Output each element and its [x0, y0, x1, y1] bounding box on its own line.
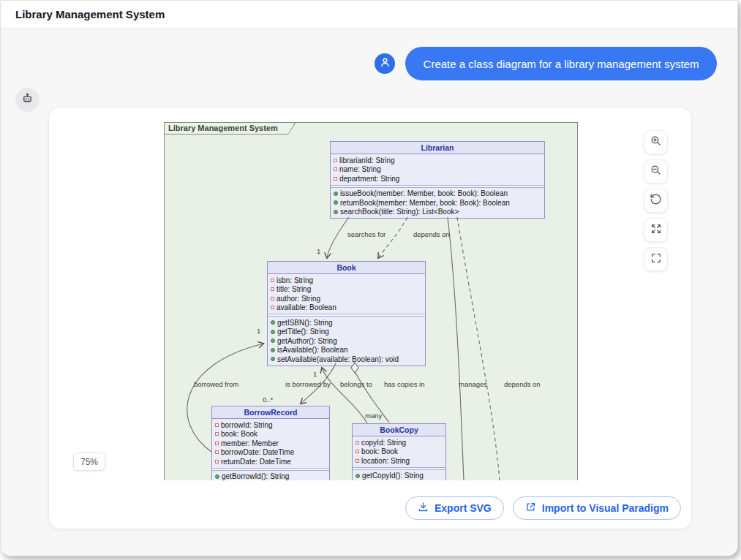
attribute-row: librarianId: String	[334, 156, 541, 165]
attribute-visibility-icon	[215, 442, 219, 445]
attribute-row: borrowDate: DateTime	[215, 448, 326, 458]
attribute-row: available: Boolean	[271, 303, 422, 313]
import-visual-paradigm-button[interactable]: Import to Visual Paradigm	[513, 496, 681, 520]
attribute-visibility-icon	[271, 306, 274, 309]
person-icon	[379, 56, 391, 72]
class-book[interactable]: Book isbn: String title: String author: …	[267, 261, 426, 366]
attribute-visibility-icon	[271, 297, 274, 300]
zoom-in-button[interactable]	[644, 130, 668, 154]
user-message-text: Create a class diagram for a library man…	[424, 58, 699, 70]
attribute-row: book: Book	[356, 447, 443, 457]
method-text: searchBook(title: String): List<Book>	[340, 208, 459, 216]
method-visibility-icon	[271, 357, 275, 361]
method-text: getTitle(): String	[277, 328, 329, 336]
attribute-text: copyId: String	[361, 439, 406, 447]
class-title: BookCopy	[353, 424, 445, 436]
method-visibility-icon	[215, 474, 219, 479]
method-visibility-icon	[271, 330, 275, 334]
methods-section: getBorrowId(): String	[212, 470, 329, 481]
user-avatar	[375, 53, 395, 74]
method-visibility-icon	[334, 200, 338, 205]
app-window: Library Management System Create a class…	[0, 0, 738, 556]
attribute-row: title: String	[271, 285, 422, 295]
methods-section: getCopyId(): String	[353, 469, 445, 481]
attribute-text: book: Book	[221, 430, 257, 438]
attribute-row: member: Member	[215, 439, 326, 448]
export-svg-label: Export SVG	[435, 502, 492, 514]
diagram-canvas[interactable]: Library Management System Librarian libr…	[64, 117, 583, 480]
attributes-section: borrowId: String book: Book member: Memb…	[212, 419, 329, 469]
top-bar: Library Management System	[1, 1, 737, 29]
method-row: isAvailable(): Boolean	[271, 346, 422, 355]
attribute-visibility-icon	[356, 450, 359, 453]
import-visual-paradigm-label: Import to Visual Paradigm	[542, 502, 669, 514]
attribute-text: borrowDate: DateTime	[221, 448, 294, 456]
zoom-level-value: 75%	[80, 457, 98, 467]
fullscreen-button[interactable]	[644, 247, 668, 271]
class-title: BorrowRecord	[212, 406, 329, 419]
method-visibility-icon	[271, 348, 275, 352]
attribute-row: returnDate: DateTime	[215, 457, 326, 466]
methods-section: getISBN(): String getTitle(): String get…	[268, 316, 425, 366]
method-visibility-icon	[334, 192, 338, 196]
attribute-visibility-icon	[215, 423, 219, 427]
attribute-text: member: Member	[221, 439, 279, 447]
page-title: Library Management System	[15, 1, 165, 29]
method-text: setAvailable(available: Boolean): void	[277, 355, 399, 363]
method-row: issueBook(member: Member, book: Book): B…	[334, 189, 541, 199]
method-text: getAuthor(): String	[277, 337, 337, 345]
class-title: Book	[268, 262, 425, 274]
method-row: returnBook(member: Member, book: Book): …	[334, 198, 541, 208]
attribute-row: copyId: String	[356, 438, 443, 447]
attribute-visibility-icon	[334, 177, 337, 181]
export-svg-button[interactable]: Export SVG	[405, 496, 504, 520]
attribute-text: borrowId: String	[221, 421, 273, 429]
card-footer: Export SVG Import to Visual Paradigm	[405, 496, 681, 520]
external-link-icon	[525, 502, 536, 515]
class-librarian[interactable]: Librarian librarianId: String name: Stri…	[330, 141, 545, 219]
robot-icon	[20, 91, 34, 108]
attributes-section: isbn: String title: String author: Strin…	[268, 274, 425, 314]
zoom-in-icon	[650, 135, 662, 150]
method-text: isAvailable(): Boolean	[277, 346, 348, 354]
method-row: getBorrowId(): String	[215, 472, 326, 481]
fullscreen-icon	[650, 252, 662, 267]
method-row: searchBook(title: String): List<Book>	[334, 208, 541, 217]
attribute-text: isbn: String	[277, 276, 313, 284]
method-visibility-icon	[271, 320, 275, 325]
methods-section: issueBook(member: Member, book: Book): B…	[331, 187, 544, 219]
attribute-text: available: Boolean	[277, 303, 336, 311]
class-borrowrecord[interactable]: BorrowRecord borrowId: String book: Book…	[211, 406, 330, 480]
fit-screen-button[interactable]	[644, 218, 668, 242]
method-row: getAuthor(): String	[271, 336, 422, 346]
method-visibility-icon	[334, 210, 338, 214]
attribute-visibility-icon	[215, 432, 219, 436]
uml-frame-tab: Library Management System	[164, 122, 296, 135]
attribute-visibility-icon	[356, 441, 359, 444]
attribute-visibility-icon	[215, 450, 219, 454]
assistant-avatar	[15, 88, 40, 112]
zoom-out-icon	[650, 164, 662, 179]
attributes-section: librarianId: String name: String departm…	[331, 154, 544, 186]
class-title: Librarian	[331, 142, 544, 154]
attribute-visibility-icon	[271, 287, 274, 291]
attribute-row: isbn: String	[271, 276, 422, 285]
diagram-card: Library Management System Librarian libr…	[48, 107, 692, 529]
method-row: setAvailable(available: Boolean): void	[271, 355, 422, 364]
attribute-text: location: String	[361, 457, 410, 465]
method-text: issueBook(member: Member, book: Book): B…	[340, 189, 508, 197]
method-visibility-icon	[271, 338, 275, 343]
attribute-visibility-icon	[271, 279, 274, 282]
attribute-visibility-icon	[356, 459, 359, 463]
class-bookcopy[interactable]: BookCopy copyId: String book: Book locat…	[352, 423, 446, 480]
method-row: getTitle(): String	[271, 328, 422, 337]
zoom-out-button[interactable]	[644, 159, 668, 183]
reset-view-button[interactable]	[644, 189, 668, 213]
attribute-visibility-icon	[334, 159, 337, 162]
attribute-visibility-icon	[215, 460, 219, 463]
attributes-section: copyId: String book: Book location: Stri…	[353, 436, 445, 468]
fit-screen-icon	[650, 223, 662, 238]
attribute-row: book: Book	[215, 430, 326, 439]
attribute-row: author: String	[271, 294, 422, 303]
attribute-visibility-icon	[334, 167, 337, 171]
